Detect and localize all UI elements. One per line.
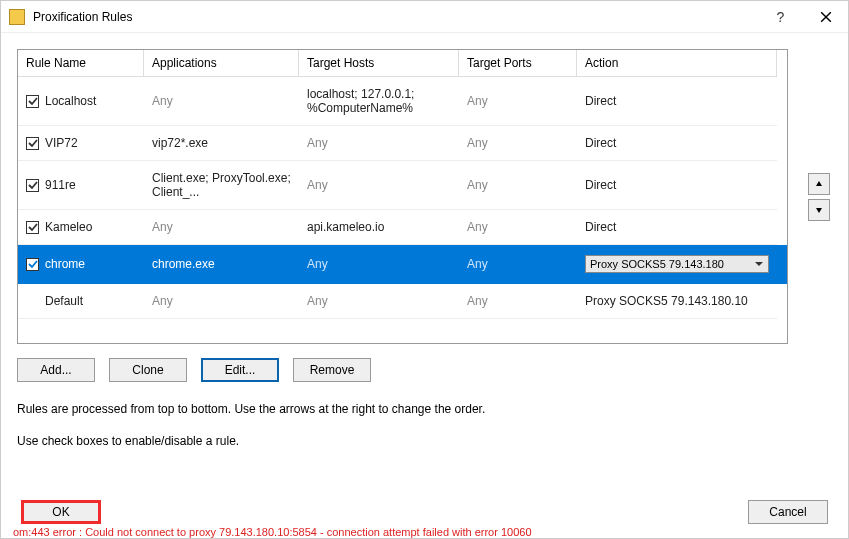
rule-name: Localhost: [45, 94, 96, 108]
cancel-button[interactable]: Cancel: [748, 500, 828, 524]
reorder-arrows: [808, 173, 832, 221]
move-up-button[interactable]: [808, 173, 830, 195]
footer-buttons: OK Cancel: [21, 500, 828, 524]
table-row[interactable]: KameleoAnyapi.kameleo.ioAnyDirect: [18, 210, 787, 245]
rule-action: Proxy SOCKS5 79.143.180.10: [577, 284, 777, 319]
rule-enable-checkbox[interactable]: [26, 179, 39, 192]
rule-enable-checkbox[interactable]: [26, 221, 39, 234]
close-button[interactable]: [803, 2, 848, 32]
rule-target-hosts: Any: [299, 245, 459, 284]
help-line-1: Rules are processed from top to bottom. …: [17, 400, 657, 418]
rule-action: Direct: [577, 210, 777, 245]
app-icon: [9, 9, 25, 25]
check-icon: [28, 138, 38, 148]
ok-button[interactable]: OK: [21, 500, 101, 524]
rule-target-hosts: api.kameleo.io: [299, 210, 459, 245]
help-button[interactable]: ?: [758, 2, 803, 32]
rule-action: Direct: [577, 77, 777, 126]
table-row[interactable]: LocalhostAnylocalhost; 127.0.0.1; %Compu…: [18, 77, 787, 126]
rule-name: 911re: [45, 178, 76, 192]
rule-target-ports: Any: [459, 161, 577, 210]
window-title: Proxification Rules: [33, 10, 758, 24]
titlebar: Proxification Rules ?: [1, 1, 848, 33]
rule-target-hosts: Any: [299, 126, 459, 161]
rule-target-ports: Any: [459, 210, 577, 245]
table-row[interactable]: chromechrome.exeAnyAnyProxy SOCKS5 79.14…: [18, 245, 787, 284]
rule-target-ports: Any: [459, 284, 577, 319]
rule-name: VIP72: [45, 136, 78, 150]
rule-enable-checkbox[interactable]: [26, 258, 39, 271]
rule-name: Kameleo: [45, 220, 92, 234]
rule-applications: Any: [144, 77, 299, 126]
add-button[interactable]: Add...: [17, 358, 95, 382]
rule-target-ports: Any: [459, 126, 577, 161]
col-action[interactable]: Action: [577, 50, 777, 77]
rule-target-ports: Any: [459, 245, 577, 284]
clone-button[interactable]: Clone: [109, 358, 187, 382]
help-line-2: Use check boxes to enable/disable a rule…: [17, 432, 657, 450]
table-and-arrows: Rule Name Applications Target Hosts Targ…: [17, 49, 832, 344]
col-target-hosts[interactable]: Target Hosts: [299, 50, 459, 77]
rule-target-hosts: Any: [299, 284, 459, 319]
arrow-up-icon: [815, 180, 823, 188]
check-icon: [28, 222, 38, 232]
content-area: Rule Name Applications Target Hosts Targ…: [1, 33, 848, 538]
check-icon: [28, 96, 38, 106]
rule-action: Direct: [577, 161, 777, 210]
help-text: Rules are processed from top to bottom. …: [17, 400, 657, 450]
titlebar-buttons: ?: [758, 2, 848, 32]
action-dropdown[interactable]: Proxy SOCKS5 79.143.180: [585, 255, 769, 273]
rule-enable-checkbox[interactable]: [26, 137, 39, 150]
arrow-down-icon: [815, 206, 823, 214]
help-icon: ?: [777, 9, 785, 25]
dialog-window: Proxification Rules ? Rule Name Applicat…: [0, 0, 849, 539]
rule-applications: vip72*.exe: [144, 126, 299, 161]
toolbar: Add... Clone Edit... Remove: [17, 358, 832, 382]
move-down-button[interactable]: [808, 199, 830, 221]
edit-button[interactable]: Edit...: [201, 358, 279, 382]
rule-target-hosts: Any: [299, 161, 459, 210]
rules-table: Rule Name Applications Target Hosts Targ…: [17, 49, 788, 344]
rule-action: Proxy SOCKS5 79.143.180: [577, 245, 777, 284]
check-icon: [28, 259, 38, 269]
rule-name: chrome: [45, 257, 85, 271]
check-icon: [28, 180, 38, 190]
rule-applications: Client.exe; ProxyTool.exe; Client_...: [144, 161, 299, 210]
rule-target-hosts: localhost; 127.0.0.1; %ComputerName%: [299, 77, 459, 126]
rule-name: Default: [45, 294, 83, 308]
table-header: Rule Name Applications Target Hosts Targ…: [18, 50, 787, 77]
rule-applications: chrome.exe: [144, 245, 299, 284]
col-rule-name[interactable]: Rule Name: [18, 50, 144, 77]
col-applications[interactable]: Applications: [144, 50, 299, 77]
rule-enable-checkbox[interactable]: [26, 95, 39, 108]
background-error-text: om:443 error : Could not connect to prox…: [13, 526, 532, 538]
table-row[interactable]: DefaultAnyAnyAnyProxy SOCKS5 79.143.180.…: [18, 284, 787, 319]
table-row[interactable]: 911reClient.exe; ProxyTool.exe; Client_.…: [18, 161, 787, 210]
rule-target-ports: Any: [459, 77, 577, 126]
rule-applications: Any: [144, 284, 299, 319]
rule-action: Direct: [577, 126, 777, 161]
close-icon: [820, 11, 832, 23]
table-row[interactable]: VIP72vip72*.exeAnyAnyDirect: [18, 126, 787, 161]
remove-button[interactable]: Remove: [293, 358, 371, 382]
rule-applications: Any: [144, 210, 299, 245]
col-target-ports[interactable]: Target Ports: [459, 50, 577, 77]
